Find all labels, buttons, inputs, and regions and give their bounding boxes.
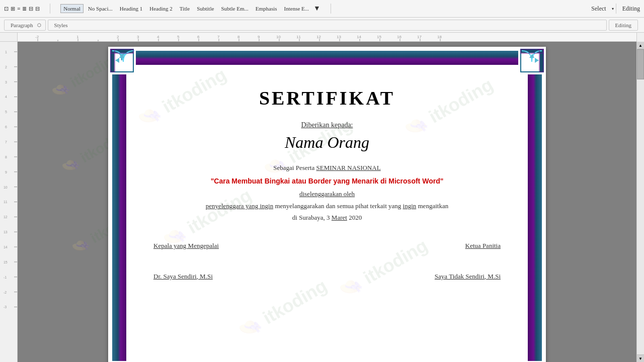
title-btn[interactable]: Title (177, 5, 192, 13)
sig-title-right: Ketua Panitia (435, 242, 501, 250)
toolbar-row2: Paragraph ⬡ Styles Editing (0, 18, 644, 33)
paragraph-label: Paragraph (9, 22, 35, 28)
cert-sebagai: Sebagai Peserta SEMINAR NASIONAL (273, 164, 380, 172)
toolbar-icon-5: ⊟ (29, 6, 33, 12)
sig-title-left: Kepala yang Mengepalai (153, 242, 219, 250)
toolbar-left-group: ⊡ ⊞ ≡ ≣ ⊟ ⊟ (4, 6, 40, 12)
corner-tl (108, 47, 136, 74)
style-buttons: Normal No Spaci... Heading 1 Heading 2 T… (60, 4, 320, 13)
sig-block-left: Kepala yang Mengepalai Dr. Saya Sendiri,… (153, 242, 219, 281)
sebagai-text: Sebagai Peserta (273, 164, 314, 171)
ruler-svg: -2 1 2 3 4 5 6 7 8 9 (18, 33, 636, 42)
svg-text:8: 8 (5, 155, 7, 159)
svg-rect-0 (18, 33, 636, 42)
svg-text:10: 10 (4, 186, 8, 189)
svg-text:9: 9 (258, 35, 260, 39)
cert-content: SERTIFIKAT Diberikan kepada: Nama Orang … (138, 77, 516, 358)
svg-text:5: 5 (5, 110, 7, 114)
tidak-text: Tidak (449, 273, 464, 280)
scrollbar-down-btn[interactable]: ▼ (637, 354, 644, 362)
svg-text:5: 5 (177, 35, 180, 39)
svg-text:3: 3 (137, 35, 139, 39)
svg-text:-2: -2 (4, 291, 7, 294)
select-button[interactable]: Select (588, 4, 609, 14)
sendiri-text: Sendiri (178, 273, 197, 280)
svg-text:11: 11 (4, 201, 8, 204)
date-month: Maret (332, 214, 347, 221)
emphasis-btn[interactable]: Emphasis (253, 5, 280, 13)
desc-part3: mengaitkan (416, 202, 448, 210)
cert-diselenggarakan-line: diselenggarakan oleh (299, 190, 355, 198)
svg-text:-1: -1 (4, 276, 7, 279)
subtitle-btn[interactable]: Subtitle (194, 5, 216, 13)
toolbar-sep1 (50, 4, 50, 14)
toolbar-icon-2: ⊞ (11, 6, 15, 12)
svg-text:16: 16 (397, 35, 401, 39)
svg-text:6: 6 (197, 35, 200, 39)
paragraph-expand-icon[interactable]: ⬡ (37, 23, 41, 28)
toolbar-icon-6: ⊟ (35, 6, 40, 12)
left-ruler-svg: 1 2 3 4 5 6 7 8 9 10 11 (0, 42, 18, 362)
svg-text:17: 17 (417, 35, 422, 39)
svg-text:13: 13 (337, 35, 341, 39)
cert-desc: penyelenggara yang ingin menyelanggaraka… (206, 201, 448, 212)
heading2-btn[interactable]: Heading 2 (147, 5, 175, 13)
normal-btn[interactable]: Normal (60, 4, 84, 13)
cert-signatures: Kepala yang Mengepalai Dr. Saya Sendiri,… (138, 242, 516, 281)
right-scrollbar[interactable]: ▲ ▼ (636, 42, 644, 362)
cert-title: SERTIFIKAT (259, 87, 395, 109)
svg-text:12: 12 (4, 215, 8, 219)
kepala-text: Kepala (153, 242, 172, 249)
svg-text:15: 15 (377, 35, 381, 39)
right-scrollbar-top (636, 33, 644, 42)
desc-part1: penyelenggara yang (206, 202, 260, 210)
svg-text:14: 14 (4, 245, 8, 249)
svg-text:12: 12 (316, 35, 321, 39)
heading1-btn[interactable]: Heading 1 (117, 5, 145, 13)
select-arrow[interactable]: ▾ (612, 7, 614, 11)
diselenggarakan-text: diselenggarakan oleh (299, 190, 355, 198)
border-left-bar (112, 51, 126, 362)
paragraph-section: Paragraph ⬡ (4, 20, 46, 31)
ketua-text: Ketua (465, 242, 482, 249)
subtle-emphasis-btn[interactable]: Subtle Em... (218, 5, 251, 13)
svg-text:18: 18 (437, 35, 442, 39)
nospacing-btn[interactable]: No Spaci... (86, 5, 115, 13)
sig-name-left: Dr. Saya Sendiri, M.Si (153, 273, 219, 281)
document-scroll[interactable]: 👒 itkoding 👒 itkoding 👒 itkoding 👒 itkod… (18, 42, 636, 362)
intense-emph-btn[interactable]: Intense E... (282, 5, 311, 13)
toolbar-sep3 (616, 4, 616, 14)
cert-topic: "Cara Membuat Bingkai atau Border yang M… (211, 177, 444, 185)
editing-section2: Editing (609, 20, 638, 31)
svg-text:-2: -2 (35, 35, 39, 39)
svg-text:1: 1 (5, 50, 7, 54)
desc-ingin2: ingin (403, 202, 417, 210)
mengepalai-text: Mengepalai (188, 242, 219, 249)
svg-text:10: 10 (276, 35, 281, 39)
svg-text:2: 2 (5, 65, 7, 69)
desc-part2: menyelanggarakan dan semua pihat terkait… (273, 202, 403, 210)
scrollbar-thumb[interactable] (637, 49, 644, 79)
border-right-bar (528, 51, 542, 362)
sig-name-right: Saya Tidak Sendiri, M.Si (435, 273, 501, 281)
sendiri-right: Sendiri (465, 273, 485, 280)
left-ruler: 1 2 3 4 5 6 7 8 9 10 11 (0, 42, 18, 362)
dr-saya: Dr. Saya (153, 273, 178, 280)
svg-text:7: 7 (217, 35, 220, 39)
toolbar-icon-4: ≣ (22, 6, 27, 12)
styles-expand-btn[interactable]: ▼ (313, 5, 320, 13)
svg-text:-3: -3 (4, 306, 7, 309)
date-prefix: di Surabaya, 3 (292, 214, 332, 221)
editing-label2: Editing (613, 22, 633, 28)
border-top-bar (112, 51, 542, 65)
yang-text: yang (172, 242, 188, 249)
svg-text:1: 1 (76, 35, 79, 39)
seminar-text: SEMINAR NASIONAL (316, 164, 381, 171)
scrollbar-up-btn[interactable]: ▲ (637, 42, 644, 49)
styles-label: Styles (52, 22, 70, 28)
svg-text:3: 3 (5, 80, 7, 84)
toolbar-icon-3: ≡ (17, 6, 20, 12)
svg-text:4: 4 (5, 95, 7, 99)
cert-diberikan: Diberikan kepada: (301, 121, 353, 129)
ruler-corner (0, 33, 18, 42)
